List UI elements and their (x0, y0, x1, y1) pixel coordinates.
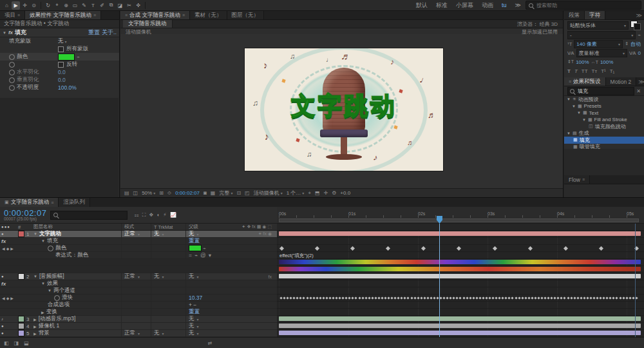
tree-item-label[interactable]: Presets (584, 103, 601, 109)
workspace-standard[interactable]: 标准 (432, 1, 451, 10)
type-tool-icon[interactable]: T (89, 1, 97, 10)
twirl-icon[interactable]: ▼ (41, 239, 45, 243)
parent-dropdown[interactable]: 无▾ (185, 273, 228, 280)
workspace-tu[interactable]: tu (498, 2, 511, 8)
stamp-tool-icon[interactable]: ⧉ (107, 1, 115, 10)
stopwatch-icon[interactable] (9, 77, 15, 83)
effect-about-link[interactable]: 关于.. (102, 28, 117, 37)
shape-tool-icon[interactable]: ▭ (71, 1, 79, 10)
layer-switches[interactable]: ✦ fx ◉ (228, 231, 277, 237)
tree-item-label[interactable]: Text (589, 110, 599, 116)
timeline-search-field[interactable] (50, 211, 128, 220)
anchor-tool-icon[interactable]: ⊕ (62, 1, 70, 10)
hand-tool-icon[interactable]: ✛ (21, 1, 29, 10)
twirl-icon[interactable]: ▶ (33, 317, 37, 322)
vertical-scale-value[interactable]: 100% (576, 59, 589, 65)
expression-pickwhip-icon[interactable]: @ (200, 252, 206, 258)
twirl-icon[interactable]: ▼ (33, 232, 37, 236)
superscript-toggle[interactable]: T¹ (601, 68, 606, 74)
trkmat-dropdown[interactable]: 无▾ (151, 273, 185, 280)
panel-menu-icon[interactable]: ≡ (182, 13, 185, 17)
channels-icon[interactable]: ◫ (133, 190, 138, 196)
workspace-animation[interactable]: 动画 (478, 1, 497, 10)
rotate-tool-icon[interactable]: ↻ (44, 1, 52, 10)
work-area-bar[interactable] (279, 218, 639, 222)
camera-view-dropdown[interactable]: 活动摄像机▾ (254, 189, 283, 197)
label-chip[interactable] (18, 273, 24, 280)
mode-dropdown[interactable]: 正常▾ (121, 330, 151, 336)
keyframe-toggle-icon[interactable]: ◆ (6, 246, 10, 251)
panel-menu-icon[interactable]: ≡ (93, 13, 96, 17)
font-style-dropdown[interactable]: -▾ (567, 31, 636, 39)
invert-checkbox[interactable] (58, 62, 64, 68)
subscript-toggle[interactable]: T₁ (610, 68, 615, 74)
stopwatch-icon[interactable] (9, 54, 15, 60)
roi-icon[interactable]: ⊡ (236, 190, 241, 196)
label-chip[interactable] (18, 323, 24, 329)
prev-keyframe-icon[interactable]: ◀ (2, 296, 5, 300)
tab-effect-controls[interactable]: 效果控件 文字随音乐跳动≡ (25, 11, 101, 19)
leading-value[interactable]: 自动 (630, 41, 641, 48)
twirl-icon[interactable]: ▼ (567, 131, 571, 135)
snapshot-camera-icon[interactable]: ◙ (204, 190, 207, 196)
next-keyframe-icon[interactable]: ▶ (10, 296, 14, 300)
tab-render-queue[interactable]: 渲染队列 (59, 198, 90, 207)
mask-visibility-icon[interactable]: ⟐ (167, 190, 171, 197)
motion-blur-icon[interactable]: ⚡ (163, 212, 167, 218)
faux-italic-toggle[interactable]: T (574, 68, 578, 74)
all-caps-toggle[interactable]: TT (582, 68, 588, 74)
stopwatch-icon[interactable] (9, 85, 15, 91)
tab-motion2[interactable]: Motion 2 (606, 77, 637, 86)
expression-graph-icon[interactable]: ⌁ (194, 252, 198, 258)
clear-search-icon[interactable]: ✕ (636, 88, 641, 94)
parent-dropdown[interactable]: 无▾ (185, 231, 228, 237)
twirl-icon[interactable]: ▼ (3, 31, 6, 35)
zoom-dropdown[interactable]: 50%▾ (142, 190, 155, 196)
keyframe-toggle-icon[interactable]: ◆ (6, 296, 10, 300)
stopwatch-icon[interactable] (54, 295, 60, 301)
keyframes-dense[interactable] (280, 295, 638, 301)
hide-shy-icon[interactable]: ❖ (149, 212, 153, 218)
label-chip[interactable] (18, 231, 24, 237)
color-swatch[interactable] (58, 53, 75, 61)
eye-icon[interactable]: ● (1, 232, 4, 236)
grid-icon[interactable]: ⊞ (159, 190, 164, 196)
tab-footage[interactable]: 素材（无） (190, 11, 227, 19)
puppet-tool-icon[interactable]: ✜ (134, 1, 142, 10)
fill-mask-dropdown[interactable]: 无▾ (58, 37, 67, 45)
resolution-dropdown[interactable]: 完整▾ (219, 189, 232, 197)
layer-row-5[interactable]: ● 5 ▶背景 正常▾ 无▾ 无▾ (0, 330, 644, 337)
expression-row-color[interactable]: 表达式：颜色 =⌁@▾ effect("填充")(2) (0, 252, 644, 259)
pixel-aspect-icon[interactable]: ⌖ (308, 190, 311, 197)
viewer-timecode[interactable]: 0:00:02:07 (175, 190, 200, 196)
prev-keyframe-icon[interactable]: ◀ (2, 246, 5, 251)
label-chip[interactable] (18, 330, 24, 336)
color-swatch[interactable] (189, 245, 202, 251)
tree-item-label[interactable]: 填充 (580, 137, 590, 144)
viewer-comp-tab[interactable]: 文字随音乐跳动 (123, 20, 173, 28)
font-size-dropdown[interactable]: 140 像素▾ (574, 40, 623, 48)
pen-tool-icon[interactable]: ✎ (80, 1, 88, 10)
help-search-input[interactable] (535, 2, 638, 9)
slider-value[interactable]: 10.37 (189, 295, 202, 301)
next-keyframe-icon[interactable]: ▶ (10, 246, 14, 251)
panel-menu-icon[interactable]: ≡ (582, 177, 585, 182)
parent-dropdown[interactable]: 无▾ (185, 330, 228, 336)
home-icon[interactable]: ⌂ (3, 1, 11, 10)
tracking-value[interactable]: 0 (638, 50, 641, 56)
expression-enable-icon[interactable]: = (189, 252, 192, 258)
layer-switches[interactable]: fx (228, 275, 277, 279)
v-feather-value[interactable]: 0.0 (58, 77, 66, 83)
composition-viewer[interactable]: ♪ ♫ ♬ ♪ ♩ ♫ ♬ ♪ ♫ ♪ ♬ ♩ 文字跳动 (120, 34, 563, 188)
timeline-search-input[interactable] (60, 209, 124, 220)
work-area-end-marker[interactable] (635, 224, 636, 337)
panel-menu-icon[interactable]: ≡ (51, 200, 53, 205)
tab-composition[interactable]: ≡合成 文字随音乐跳动≡ (120, 11, 190, 19)
layer-duration-bar[interactable] (279, 231, 641, 236)
effect-reset-link[interactable]: 重置 (88, 28, 100, 37)
expand-layer-switches-icon[interactable]: ◧ (4, 340, 9, 346)
renderer-info[interactable]: 渲染器： 经典 3D (517, 21, 560, 28)
roto-tool-icon[interactable]: ✂ (125, 1, 133, 10)
expand-inout-icon[interactable]: ⬓ (24, 340, 29, 346)
h-feather-value[interactable]: 0.0 (58, 69, 66, 75)
